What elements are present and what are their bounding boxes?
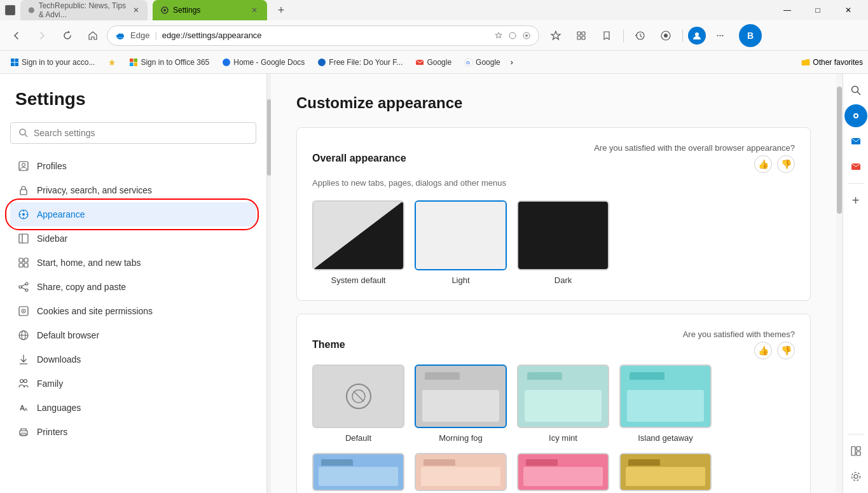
new-tab-button[interactable]: + — [272, 1, 290, 19]
address-bar[interactable]: Edge | edge://settings/appearance — [107, 25, 539, 46]
theme-feedback-question: Are you satisfied with themes? — [683, 330, 795, 339]
island-getaway-preview — [619, 365, 712, 428]
svg-point-77 — [854, 475, 858, 478]
option-icy-mint[interactable]: Icy mint — [517, 365, 609, 443]
svg-point-26 — [318, 59, 326, 66]
svg-text:A: A — [24, 406, 28, 412]
overall-thumbdown-button[interactable]: 👎 — [777, 155, 795, 173]
minimize-button[interactable]: — — [773, 0, 802, 20]
tab-settings[interactable]: Settings ✕ — [153, 0, 267, 20]
sidebar-item-family[interactable]: Family — [10, 371, 256, 396]
sidebar-item-share[interactable]: Share, copy and paste — [10, 275, 256, 299]
svg-rect-9 — [582, 32, 585, 35]
option-island-getaway[interactable]: Island getaway — [619, 365, 712, 443]
bookmark-star[interactable] — [102, 55, 121, 69]
settings-sidebar: Settings Profiles Privacy, search, and s… — [0, 74, 267, 493]
copilot-icon[interactable] — [522, 31, 531, 40]
bookmark-google[interactable]: G Google — [459, 55, 506, 69]
refresh-button[interactable] — [56, 24, 79, 47]
extra-theme-3-preview — [517, 453, 609, 491]
overall-feedback-question: Are you satisfied with the overall brows… — [594, 143, 795, 153]
forward-button[interactable] — [31, 24, 53, 47]
svg-point-78 — [851, 473, 860, 481]
bookmark-freefile[interactable]: Free File: Do Your F... — [312, 55, 408, 69]
svg-rect-74 — [851, 447, 855, 455]
bookmark-google-docs[interactable]: Home - Google Docs — [217, 55, 310, 69]
sidebar-item-appearance[interactable]: Appearance — [10, 202, 256, 226]
maximize-button[interactable]: □ — [803, 0, 832, 20]
theme-thumbdown-button[interactable]: 👎 — [777, 342, 795, 359]
right-copilot-button[interactable] — [844, 104, 867, 127]
start-home-icon — [18, 257, 29, 268]
right-add-button[interactable]: + — [844, 189, 867, 212]
tab-favicon — [28, 6, 35, 15]
extra-theme-4[interactable] — [619, 453, 712, 491]
sidebar-icon — [18, 233, 29, 244]
svg-line-51 — [22, 288, 25, 289]
option-morning-fog[interactable]: Morning fog — [415, 365, 507, 443]
search-box[interactable] — [10, 122, 256, 144]
svg-point-47 — [25, 282, 28, 285]
sidebar-item-privacy[interactable]: Privacy, search, and services — [10, 178, 256, 202]
bookmark-label: Google — [476, 58, 500, 67]
extra-theme-1[interactable] — [312, 453, 404, 491]
svg-point-5 — [509, 32, 516, 39]
bookmark-gmail[interactable]: Google — [410, 55, 457, 69]
option-default-theme[interactable]: Default — [312, 365, 404, 443]
bing-button[interactable]: B — [739, 24, 762, 47]
read-aloud-icon[interactable] — [508, 31, 517, 40]
svg-line-66 — [354, 391, 364, 401]
star-button[interactable] — [544, 24, 567, 47]
more-button[interactable]: ··· — [708, 24, 731, 47]
languages-label: Languages — [37, 403, 81, 413]
other-favorites[interactable]: Other favorites — [801, 58, 863, 67]
bookmark-signin-msft[interactable]: Sign in to your acco... — [5, 55, 100, 69]
overall-appearance-section: Overall appearance Are you satisfied wit… — [296, 127, 811, 301]
main-scrollbar-thumb[interactable] — [837, 87, 842, 214]
svg-marker-20 — [109, 59, 115, 66]
dark-preview — [517, 200, 609, 270]
option-dark[interactable]: Dark — [517, 200, 609, 285]
option-system-default[interactable]: System default — [312, 200, 404, 285]
sidebar-item-default-browser[interactable]: Default browser — [10, 323, 256, 347]
right-outlook-button[interactable] — [844, 130, 867, 153]
sidebar-item-downloads[interactable]: Downloads — [10, 347, 256, 371]
close-button[interactable]: ✕ — [834, 0, 863, 20]
collections-button[interactable] — [570, 24, 593, 47]
home-button[interactable] — [81, 24, 104, 47]
sidebar-item-sidebar[interactable]: Sidebar — [10, 226, 256, 251]
svg-point-1 — [29, 7, 34, 13]
tab-settings-close[interactable]: ✕ — [249, 5, 259, 15]
bookmark-office365[interactable]: Sign in to Office 365 — [124, 55, 214, 69]
extra-theme-3[interactable] — [517, 453, 609, 491]
svg-rect-23 — [130, 62, 134, 66]
history-button[interactable] — [629, 24, 652, 47]
extra-theme-2[interactable] — [415, 453, 507, 491]
right-gmail-button[interactable] — [844, 155, 867, 178]
svg-point-36 — [22, 213, 25, 216]
right-settings-button[interactable] — [844, 465, 867, 488]
search-input[interactable] — [34, 128, 248, 138]
copilot-button[interactable] — [654, 24, 677, 47]
sidebar-item-start-home[interactable]: Start, home, and new tabs — [10, 251, 256, 275]
tab-inactive-close[interactable]: ✕ — [132, 5, 140, 15]
overall-thumbup-button[interactable]: 👍 — [754, 155, 772, 173]
star-icon[interactable] — [494, 31, 503, 40]
sidebar-item-cookies[interactable]: Cookies and site permissions — [10, 299, 256, 323]
tab-techrepublic[interactable]: TechRepublic: News, Tips & Advi... ✕ — [20, 0, 148, 20]
profile-button[interactable] — [688, 27, 706, 45]
sidebar-item-languages[interactable]: AA Languages — [10, 396, 256, 420]
back-button[interactable] — [5, 24, 28, 47]
svg-rect-10 — [577, 36, 581, 39]
bookmarks-more-button[interactable]: › — [511, 58, 513, 67]
sidebar-item-profiles[interactable]: Profiles — [10, 154, 256, 178]
favorites-button[interactable] — [595, 24, 618, 47]
sidebar-item-printers[interactable]: Printers — [10, 420, 256, 444]
right-layout-button[interactable] — [844, 440, 867, 462]
option-light[interactable]: Light — [415, 200, 507, 285]
theme-thumbup-button[interactable]: 👍 — [754, 342, 772, 359]
right-search-button[interactable] — [844, 79, 867, 102]
theme-feedback-buttons: 👍 👎 — [754, 342, 795, 359]
star-bookmark-icon — [107, 58, 116, 67]
right-sidebar: + — [843, 74, 868, 493]
